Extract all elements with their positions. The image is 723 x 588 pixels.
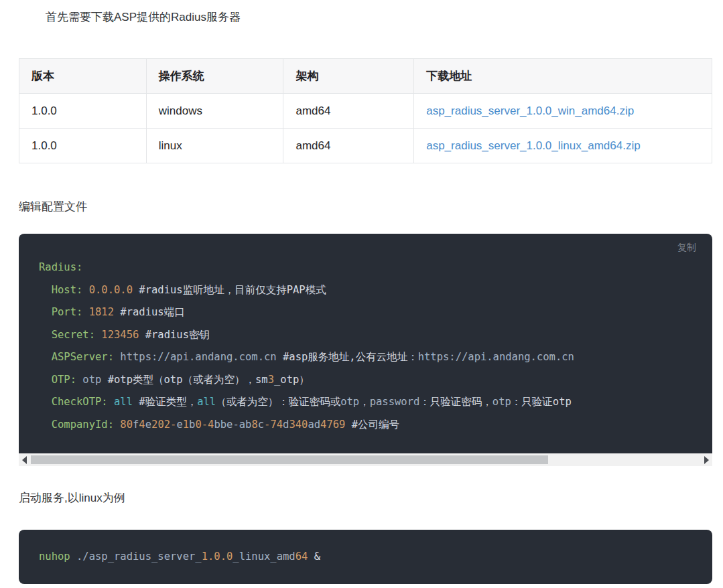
cell-version: 1.0.0 — [19, 129, 147, 163]
horizontal-scrollbar[interactable] — [19, 453, 712, 466]
download-link-windows[interactable]: asp_radius_server_1.0.0_win_amd64.zip — [426, 104, 634, 117]
column-header-os: 操作系统 — [146, 59, 283, 94]
column-header-arch: 架构 — [283, 59, 414, 94]
cell-arch: amd64 — [283, 94, 414, 129]
scrollbar-right-arrow-icon[interactable] — [701, 453, 712, 466]
config-code-block: Radius: Host: 0.0.0.0 #radius监听地址，目前仅支持P… — [19, 234, 712, 466]
cell-os: linux — [146, 129, 283, 163]
intro-paragraph: 首先需要下载ASP提供的Radius服务器 — [46, 9, 723, 25]
download-link-linux[interactable]: asp_radius_server_1.0.0_linux_amd64.zip — [426, 139, 640, 152]
scrollbar-left-arrow-icon[interactable] — [19, 453, 30, 466]
config-code-lines: Radius: Host: 0.0.0.0 #radius监听地址，目前仅支持P… — [39, 256, 712, 436]
table-row: 1.0.0 windows amd64 asp_radius_server_1.… — [19, 94, 712, 129]
cell-os: windows — [146, 94, 283, 129]
config-code-area: Radius: Host: 0.0.0.0 #radius监听地址，目前仅支持P… — [19, 234, 712, 453]
cell-arch: amd64 — [283, 129, 414, 163]
cell-download: asp_radius_server_1.0.0_win_amd64.zip — [414, 94, 712, 129]
scrollbar-thumb[interactable] — [31, 455, 548, 464]
start-command-code-lines: nuhop ./asp_radius_server_1.0.0_linux_am… — [39, 548, 712, 565]
copy-button[interactable]: 复制 — [677, 242, 696, 254]
docs-page: 首先需要下载ASP提供的Radius服务器 版本 操作系统 架构 下载地址 1.… — [0, 0, 723, 588]
table-header-row: 版本 操作系统 架构 下载地址 — [19, 59, 712, 94]
cell-download: asp_radius_server_1.0.0_linux_amd64.zip — [414, 129, 712, 163]
table-row: 1.0.0 linux amd64 asp_radius_server_1.0.… — [19, 129, 712, 163]
start-command-code-block: nuhop ./asp_radius_server_1.0.0_linux_am… — [19, 530, 712, 584]
column-header-download: 下载地址 — [414, 59, 712, 94]
download-table: 版本 操作系统 架构 下载地址 1.0.0 windows amd64 asp_… — [19, 58, 712, 163]
column-header-version: 版本 — [19, 59, 147, 94]
cell-version: 1.0.0 — [19, 94, 147, 129]
edit-config-label: 编辑配置文件 — [19, 199, 723, 215]
start-service-label: 启动服务,以linux为例 — [19, 490, 723, 506]
